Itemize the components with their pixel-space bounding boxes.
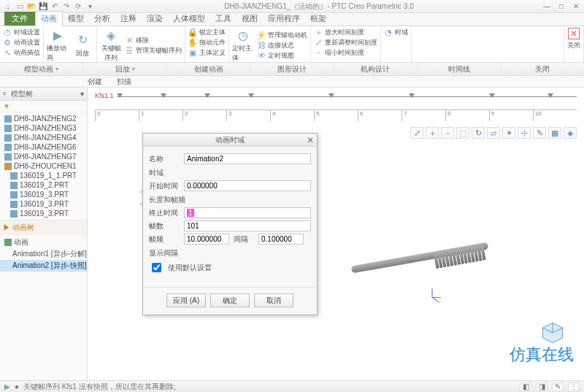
menu-file[interactable]: 文件 [4, 12, 35, 26]
subrib-item[interactable]: 回放▾ [83, 63, 166, 75]
dialog-close-icon[interactable]: ✕ [307, 135, 314, 145]
menu-frame[interactable]: 框架 [305, 12, 331, 26]
rbn-playback-big[interactable]: ▶播放动画 [47, 28, 69, 63]
timeline-key[interactable] [548, 93, 553, 98]
spin-cube[interactable] [540, 320, 565, 345]
rbn-timed-view[interactable]: 👁定时视图 [257, 51, 307, 61]
sidebar-tab[interactable]: 模型树 [11, 89, 33, 99]
tree-node[interactable]: 136019_2.PRT [0, 180, 87, 190]
vt-zoom-in[interactable]: ＋ [426, 127, 439, 139]
timeline-key[interactable] [117, 93, 123, 98]
tree-node[interactable]: DH8-JIANZHENG7 [0, 152, 87, 161]
minimize-button[interactable]: — [542, 2, 552, 10]
sidebar-menu-icon[interactable]: ▾ [80, 90, 84, 98]
timeline-key[interactable] [204, 93, 210, 98]
rbn-zoom-in-time[interactable]: ＋放大时间刻度 [314, 28, 377, 37]
menu-tools[interactable]: 工具 [210, 12, 237, 26]
subrib-item[interactable]: 模型动画▾ [0, 63, 83, 75]
subrib-item[interactable]: 创建动画 [167, 63, 250, 75]
rbn-rescale-time[interactable]: ⤢重新调整时间刻度 [314, 38, 377, 47]
close-button[interactable]: ✕ [571, 2, 581, 10]
apply-button[interactable]: 应用 (A) [166, 293, 206, 307]
tree-node[interactable]: 136019_3.PRT [0, 190, 87, 199]
vt-display[interactable]: ◈ [564, 127, 577, 139]
vt-zoom-fit[interactable]: ⤢ [410, 127, 423, 139]
menu-annotate[interactable]: 注释 [115, 12, 142, 26]
rbn-time-domain[interactable]: ◔时域 [384, 28, 408, 37]
vt-plane[interactable]: ▱ [487, 127, 500, 139]
rbn-servo[interactable]: ⚡管理辅电动机 [257, 31, 307, 40]
subrib-item[interactable]: 关闭 [502, 63, 584, 75]
tb2-sweep[interactable]: 扫描 [117, 77, 131, 87]
vt-spin[interactable]: ↻ [472, 127, 485, 139]
ok-button[interactable]: 确定 [210, 293, 250, 307]
tree-node[interactable]: 136019_3.PRT [0, 199, 87, 209]
collapse-icon[interactable]: ≡ [3, 91, 7, 97]
vt-anno[interactable]: ✎ [533, 127, 546, 139]
start-input[interactable] [184, 180, 311, 191]
status-tool-3[interactable]: ✎ [552, 383, 564, 391]
name-input[interactable] [184, 153, 311, 164]
filter-input[interactable] [13, 102, 88, 111]
vt-zoom-out[interactable]: － [441, 127, 454, 139]
end-input[interactable]: 1 [184, 207, 311, 218]
timeline-key[interactable] [328, 93, 334, 98]
rbn-anim-interp[interactable]: ∿动画插值 [3, 48, 40, 58]
refresh-icon[interactable]: ⟳ [73, 1, 83, 12]
anim-root[interactable]: 动画 [0, 237, 87, 248]
vt-refit[interactable]: ⬚ [456, 127, 469, 139]
vt-style[interactable]: ▦ [548, 127, 561, 139]
open-icon[interactable]: 📂 [26, 1, 36, 12]
rbn-zoom-out-time[interactable]: －缩小时间刻度 [314, 48, 377, 58]
subrib-item[interactable]: 时间线 [418, 63, 501, 75]
frames-input[interactable] [184, 220, 311, 231]
rbn-drag[interactable]: ✋拖动元件 [188, 38, 226, 47]
anim-item-selected[interactable]: Animation2 [异步-快照] [0, 260, 87, 272]
tree-node[interactable]: DH8-JIANZHENG2 [0, 114, 87, 123]
dd-icon[interactable]: ▾ [85, 1, 95, 12]
rbn-anim-settings[interactable]: ⚙动画设置 [3, 38, 40, 47]
redo-icon[interactable]: ↷ [61, 1, 72, 12]
rbn-conn[interactable]: ⛓连接状态 [257, 41, 307, 50]
menu-manikin[interactable]: 人体模型 [168, 12, 210, 26]
interval-input[interactable] [258, 234, 304, 245]
menu-render[interactable]: 渲染 [142, 12, 168, 26]
rate-input[interactable] [184, 234, 229, 245]
timeline-key[interactable] [409, 93, 415, 98]
funnel-icon[interactable]: ▼ [3, 102, 10, 110]
cancel-button[interactable]: 取消 [254, 293, 293, 307]
ribbon-close-icon[interactable]: ✕ [568, 28, 580, 39]
tree-node[interactable]: DH8-JIANZHENG3 [0, 123, 87, 133]
status-tool-1[interactable]: ◧ [520, 383, 531, 391]
tree-node[interactable]: 136019_3.PRT [0, 209, 87, 218]
tree-node[interactable]: DH8-JIANZHENG6 [0, 142, 87, 152]
status-tool-2[interactable]: ◨ [536, 383, 548, 391]
tb2-create[interactable]: 创建 [88, 77, 102, 87]
new-icon[interactable]: ▭ [15, 1, 25, 12]
menu-animation[interactable]: 动画 [35, 11, 63, 26]
graphics-canvas[interactable]: 1CAE.COM Kfs1.1 0 1 2 3 4 5 6 7 8 9 10 [88, 88, 584, 380]
maximize-button[interactable]: □ [556, 2, 566, 10]
rbn-body-def[interactable]: ▣主体定义 [188, 48, 226, 58]
timeline-key[interactable] [161, 93, 166, 98]
menu-view[interactable]: 视图 [237, 12, 263, 26]
home-icon[interactable]: ⌂ [3, 1, 13, 12]
timeline-key[interactable] [489, 93, 495, 98]
rbn-keyframe-big[interactable]: ◈关键帧 序列 [100, 28, 122, 63]
undo-icon[interactable]: ↶ [50, 1, 60, 12]
vt-axis-icon[interactable]: ✶ [502, 127, 515, 139]
rbn-manage-kf[interactable]: ☰管理关键帧序列 [125, 46, 182, 55]
tree-node[interactable]: DH8-JIANZHENG4 [0, 133, 87, 142]
anim-item[interactable]: Animation1 [异步-分解] [0, 248, 87, 260]
status-tool-4[interactable]: ⋮ [568, 383, 580, 391]
vt-csys[interactable]: ⊹ [518, 127, 531, 139]
subrib-item[interactable]: 图形设计 [250, 63, 334, 75]
menu-analysis[interactable]: 分析 [89, 12, 115, 26]
rbn-replay[interactable]: ↻回放 [72, 28, 93, 63]
timeline-key[interactable] [248, 93, 254, 98]
rbn-lock-body[interactable]: 🔒锁定主体 [188, 28, 226, 37]
rbn-timed-body[interactable]: ◷定时主体 [232, 28, 254, 63]
subrib-item[interactable]: 机构设计 [334, 63, 418, 75]
use-default-checkbox[interactable] [152, 263, 161, 272]
save-icon[interactable]: 💾 [38, 1, 48, 12]
